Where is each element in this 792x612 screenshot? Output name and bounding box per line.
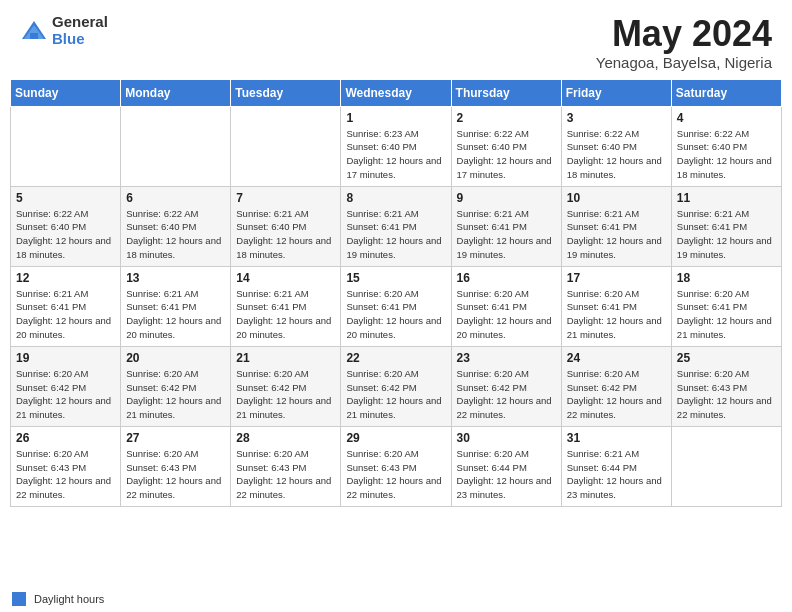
calendar-cell: 4Sunrise: 6:22 AM Sunset: 6:40 PM Daylig… [671,106,781,186]
day-info: Sunrise: 6:21 AM Sunset: 6:41 PM Dayligh… [126,287,225,342]
calendar-header: SundayMondayTuesdayWednesdayThursdayFrid… [11,79,782,106]
calendar-cell: 16Sunrise: 6:20 AM Sunset: 6:41 PM Dayli… [451,266,561,346]
day-info: Sunrise: 6:22 AM Sunset: 6:40 PM Dayligh… [16,207,115,262]
day-info: Sunrise: 6:23 AM Sunset: 6:40 PM Dayligh… [346,127,445,182]
day-header-friday: Friday [561,79,671,106]
day-info: Sunrise: 6:20 AM Sunset: 6:43 PM Dayligh… [236,447,335,502]
day-number: 27 [126,431,225,445]
calendar-table: SundayMondayTuesdayWednesdayThursdayFrid… [10,79,782,507]
calendar-cell: 5Sunrise: 6:22 AM Sunset: 6:40 PM Daylig… [11,186,121,266]
calendar-cell: 17Sunrise: 6:20 AM Sunset: 6:41 PM Dayli… [561,266,671,346]
day-number: 31 [567,431,666,445]
day-info: Sunrise: 6:20 AM Sunset: 6:42 PM Dayligh… [126,367,225,422]
day-number: 18 [677,271,776,285]
calendar-cell: 22Sunrise: 6:20 AM Sunset: 6:42 PM Dayli… [341,346,451,426]
calendar-cell: 29Sunrise: 6:20 AM Sunset: 6:43 PM Dayli… [341,426,451,506]
calendar-cell: 23Sunrise: 6:20 AM Sunset: 6:42 PM Dayli… [451,346,561,426]
day-number: 15 [346,271,445,285]
day-info: Sunrise: 6:21 AM Sunset: 6:40 PM Dayligh… [236,207,335,262]
day-info: Sunrise: 6:21 AM Sunset: 6:41 PM Dayligh… [16,287,115,342]
day-info: Sunrise: 6:20 AM Sunset: 6:43 PM Dayligh… [16,447,115,502]
main-title: May 2024 [596,14,772,54]
week-row-2: 5Sunrise: 6:22 AM Sunset: 6:40 PM Daylig… [11,186,782,266]
logo-text: General Blue [52,14,108,47]
day-info: Sunrise: 6:21 AM Sunset: 6:41 PM Dayligh… [457,207,556,262]
calendar-cell: 8Sunrise: 6:21 AM Sunset: 6:41 PM Daylig… [341,186,451,266]
week-row-5: 26Sunrise: 6:20 AM Sunset: 6:43 PM Dayli… [11,426,782,506]
day-info: Sunrise: 6:20 AM Sunset: 6:42 PM Dayligh… [346,367,445,422]
day-info: Sunrise: 6:21 AM Sunset: 6:41 PM Dayligh… [236,287,335,342]
day-info: Sunrise: 6:20 AM Sunset: 6:43 PM Dayligh… [126,447,225,502]
week-row-1: 1Sunrise: 6:23 AM Sunset: 6:40 PM Daylig… [11,106,782,186]
calendar-cell: 28Sunrise: 6:20 AM Sunset: 6:43 PM Dayli… [231,426,341,506]
day-number: 19 [16,351,115,365]
day-info: Sunrise: 6:20 AM Sunset: 6:42 PM Dayligh… [16,367,115,422]
day-number: 13 [126,271,225,285]
day-number: 4 [677,111,776,125]
calendar-cell: 12Sunrise: 6:21 AM Sunset: 6:41 PM Dayli… [11,266,121,346]
footer: Daylight hours [0,588,792,612]
day-info: Sunrise: 6:20 AM Sunset: 6:43 PM Dayligh… [346,447,445,502]
day-number: 6 [126,191,225,205]
day-header-monday: Monday [121,79,231,106]
day-header-thursday: Thursday [451,79,561,106]
day-number: 14 [236,271,335,285]
day-info: Sunrise: 6:20 AM Sunset: 6:41 PM Dayligh… [457,287,556,342]
day-number: 3 [567,111,666,125]
calendar-cell: 9Sunrise: 6:21 AM Sunset: 6:41 PM Daylig… [451,186,561,266]
day-info: Sunrise: 6:22 AM Sunset: 6:40 PM Dayligh… [567,127,666,182]
day-info: Sunrise: 6:22 AM Sunset: 6:40 PM Dayligh… [457,127,556,182]
day-number: 5 [16,191,115,205]
day-info: Sunrise: 6:20 AM Sunset: 6:44 PM Dayligh… [457,447,556,502]
calendar-cell: 10Sunrise: 6:21 AM Sunset: 6:41 PM Dayli… [561,186,671,266]
day-number: 17 [567,271,666,285]
day-number: 20 [126,351,225,365]
day-number: 1 [346,111,445,125]
day-info: Sunrise: 6:20 AM Sunset: 6:42 PM Dayligh… [236,367,335,422]
day-number: 30 [457,431,556,445]
day-number: 21 [236,351,335,365]
page: General Blue May 2024 Yenagoa, Bayelsa, … [0,0,792,612]
calendar-cell: 15Sunrise: 6:20 AM Sunset: 6:41 PM Dayli… [341,266,451,346]
day-number: 2 [457,111,556,125]
day-info: Sunrise: 6:20 AM Sunset: 6:41 PM Dayligh… [677,287,776,342]
legend-text: Daylight hours [34,593,104,605]
calendar-cell [121,106,231,186]
svg-rect-2 [30,33,38,39]
day-header-sunday: Sunday [11,79,121,106]
header: General Blue May 2024 Yenagoa, Bayelsa, … [0,0,792,79]
calendar-cell: 11Sunrise: 6:21 AM Sunset: 6:41 PM Dayli… [671,186,781,266]
day-info: Sunrise: 6:20 AM Sunset: 6:43 PM Dayligh… [677,367,776,422]
day-number: 10 [567,191,666,205]
day-info: Sunrise: 6:22 AM Sunset: 6:40 PM Dayligh… [126,207,225,262]
legend-box [12,592,26,606]
day-number: 8 [346,191,445,205]
day-info: Sunrise: 6:20 AM Sunset: 6:42 PM Dayligh… [457,367,556,422]
calendar-cell: 1Sunrise: 6:23 AM Sunset: 6:40 PM Daylig… [341,106,451,186]
day-number: 28 [236,431,335,445]
calendar-cell: 21Sunrise: 6:20 AM Sunset: 6:42 PM Dayli… [231,346,341,426]
day-number: 22 [346,351,445,365]
days-of-week-row: SundayMondayTuesdayWednesdayThursdayFrid… [11,79,782,106]
day-info: Sunrise: 6:20 AM Sunset: 6:41 PM Dayligh… [346,287,445,342]
calendar-cell: 26Sunrise: 6:20 AM Sunset: 6:43 PM Dayli… [11,426,121,506]
calendar-cell: 19Sunrise: 6:20 AM Sunset: 6:42 PM Dayli… [11,346,121,426]
day-number: 16 [457,271,556,285]
calendar-cell [231,106,341,186]
day-number: 25 [677,351,776,365]
subtitle: Yenagoa, Bayelsa, Nigeria [596,54,772,71]
day-info: Sunrise: 6:22 AM Sunset: 6:40 PM Dayligh… [677,127,776,182]
day-header-saturday: Saturday [671,79,781,106]
calendar-cell: 14Sunrise: 6:21 AM Sunset: 6:41 PM Dayli… [231,266,341,346]
calendar-cell: 25Sunrise: 6:20 AM Sunset: 6:43 PM Dayli… [671,346,781,426]
day-number: 9 [457,191,556,205]
day-number: 26 [16,431,115,445]
day-info: Sunrise: 6:21 AM Sunset: 6:41 PM Dayligh… [346,207,445,262]
calendar-cell: 18Sunrise: 6:20 AM Sunset: 6:41 PM Dayli… [671,266,781,346]
calendar-cell: 3Sunrise: 6:22 AM Sunset: 6:40 PM Daylig… [561,106,671,186]
calendar-cell: 7Sunrise: 6:21 AM Sunset: 6:40 PM Daylig… [231,186,341,266]
day-number: 29 [346,431,445,445]
calendar-cell: 6Sunrise: 6:22 AM Sunset: 6:40 PM Daylig… [121,186,231,266]
day-info: Sunrise: 6:20 AM Sunset: 6:42 PM Dayligh… [567,367,666,422]
logo-blue-text: Blue [52,31,108,48]
